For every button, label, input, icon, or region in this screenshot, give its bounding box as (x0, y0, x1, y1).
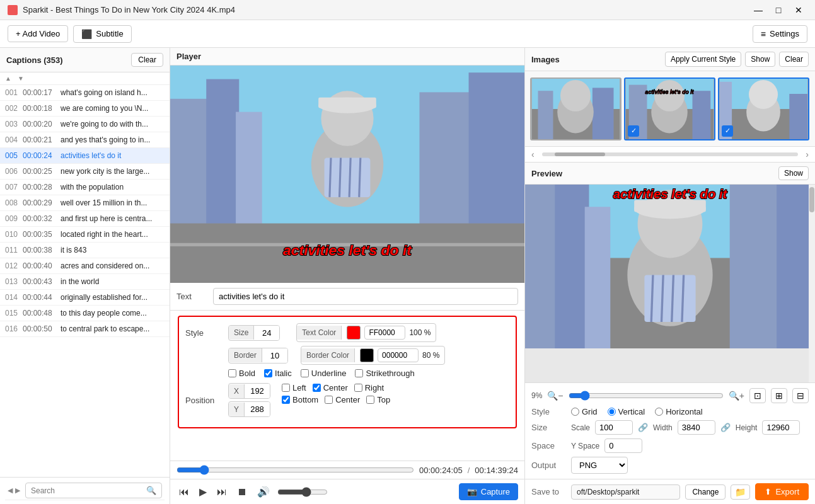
y-input[interactable] (245, 402, 270, 416)
bold-checkbox-label[interactable]: Bold (228, 369, 255, 378)
change-button[interactable]: Change (685, 484, 725, 500)
grid-radio-label[interactable]: Grid (571, 407, 598, 416)
bold-checkbox[interactable] (228, 369, 236, 377)
list-item[interactable]: 012 00:00:40 acres and considered on... (0, 258, 170, 274)
text-color-swatch[interactable] (347, 326, 361, 340)
scroll-right-arrow[interactable]: ▶ (15, 486, 20, 495)
preview-show-button[interactable]: Show (778, 166, 809, 180)
list-item[interactable]: 007 00:00:28 with the population (0, 180, 170, 195)
image-thumb-1[interactable] (530, 77, 621, 140)
border-color-swatch[interactable] (360, 348, 374, 362)
zoom-in-button[interactable]: 🔍+ (729, 391, 744, 401)
border-input[interactable] (262, 348, 287, 363)
scroll-down-arrow[interactable]: ▼ (15, 74, 26, 83)
list-item[interactable]: 008 00:00:29 well over 15 million in th.… (0, 195, 170, 211)
copy-button[interactable]: ⊞ (771, 388, 787, 403)
strikethrough-checkbox-label[interactable]: Strikethrough (355, 369, 414, 378)
search-input[interactable] (31, 486, 146, 495)
underline-checkbox-label[interactable]: Underline (301, 369, 347, 378)
top-checkbox-label[interactable]: Top (366, 395, 390, 404)
maximize-button[interactable]: □ (770, 3, 787, 17)
list-item-active[interactable]: 005 00:00:24 activities let's do it (0, 148, 170, 164)
play-button[interactable]: ▶ (197, 484, 209, 499)
list-item[interactable]: 001 00:00:17 what's going on island h... (0, 85, 170, 101)
border-color-hex[interactable] (378, 348, 419, 362)
volume-slider[interactable] (277, 487, 328, 497)
list-item[interactable]: 013 00:00:43 in the world (0, 274, 170, 290)
zoom-slider[interactable] (569, 391, 724, 401)
add-video-button[interactable]: + Add Video (8, 25, 68, 42)
scale-input[interactable] (595, 420, 633, 435)
image-thumb-3[interactable]: ✓ (718, 77, 809, 140)
vertical-radio[interactable] (608, 408, 616, 416)
y-space-input[interactable] (604, 438, 642, 453)
capture-button[interactable]: 📷 Capture (459, 483, 518, 500)
subtitle-button[interactable]: ⬛ Subtitle (73, 25, 131, 43)
minimize-button[interactable]: — (749, 3, 767, 17)
horizontal-radio-label[interactable]: Horizontal (655, 407, 703, 416)
grid-radio[interactable] (571, 408, 579, 416)
list-item[interactable]: 015 00:00:48 to this day people come... (0, 306, 170, 321)
vertical-radio-label[interactable]: Vertical (608, 407, 645, 416)
fit-button[interactable]: ⊡ (749, 388, 766, 403)
top-checkbox[interactable] (366, 396, 374, 404)
zoom-out-button[interactable]: 🔍− (547, 391, 563, 401)
captions-panel: Captions (353) Clear ▲ ▼ 001 00:00:17 wh… (0, 48, 170, 504)
x-input[interactable] (245, 384, 270, 398)
search-box[interactable]: 🔍 (25, 483, 162, 498)
center-v-checkbox[interactable] (325, 396, 333, 404)
images-scrollbar[interactable] (542, 152, 799, 156)
list-item[interactable]: 003 00:00:20 we're going to do with th..… (0, 117, 170, 132)
list-item[interactable]: 002 00:00:18 we are coming to you \N... (0, 101, 170, 117)
list-item[interactable]: 014 00:00:44 originally established for.… (0, 290, 170, 306)
underline-checkbox[interactable] (301, 369, 309, 377)
left-checkbox[interactable] (282, 384, 290, 392)
height-input[interactable] (762, 420, 800, 435)
horizontal-radio[interactable] (655, 408, 663, 416)
close-button[interactable]: ✕ (790, 3, 807, 17)
right-checkbox-label[interactable]: Right (354, 383, 384, 392)
grid-button[interactable]: ⊟ (792, 388, 809, 403)
bottom-checkbox[interactable] (282, 396, 290, 404)
border-label: Border (229, 348, 262, 362)
position-inner: X Y Left (228, 383, 390, 417)
images-prev-arrow[interactable]: ‹ (528, 148, 538, 161)
list-item[interactable]: 011 00:00:38 it is 843 (0, 243, 170, 258)
folder-button[interactable]: 📁 (731, 484, 750, 500)
preview-scrollbar[interactable] (809, 185, 815, 382)
list-item[interactable]: 004 00:00:21 and yes that's going to in.… (0, 132, 170, 148)
volume-button[interactable]: 🔊 (255, 484, 272, 499)
output-select[interactable]: PNG JPG SVG (571, 457, 628, 474)
center-h-checkbox[interactable] (313, 384, 321, 392)
skip-back-button[interactable]: ⏮ (176, 485, 192, 499)
export-button[interactable]: ⬆ Export (755, 483, 809, 500)
images-clear-button[interactable]: Clear (779, 52, 809, 67)
text-input[interactable] (213, 288, 518, 305)
size-input[interactable] (254, 326, 279, 340)
strikethrough-checkbox[interactable] (355, 369, 363, 377)
scroll-up-arrow[interactable]: ▲ (3, 74, 14, 83)
italic-checkbox-label[interactable]: Italic (264, 369, 292, 378)
right-checkbox[interactable] (354, 384, 362, 392)
left-checkbox-label[interactable]: Left (282, 383, 306, 392)
settings-button[interactable]: ≡ Settings (753, 25, 807, 43)
width-input[interactable] (678, 420, 715, 435)
text-color-hex[interactable] (364, 326, 405, 340)
image-thumb-2[interactable]: activities let's do it ✓ (624, 77, 715, 140)
center-v-checkbox-label[interactable]: Center (325, 395, 360, 404)
images-show-button[interactable]: Show (745, 52, 775, 67)
list-item[interactable]: 009 00:00:32 and first up here is centra… (0, 211, 170, 227)
list-item[interactable]: 006 00:00:25 new york city is the large.… (0, 164, 170, 180)
italic-checkbox[interactable] (264, 369, 272, 377)
images-next-arrow[interactable]: › (802, 148, 812, 161)
stop-button[interactable]: ⏹ (234, 485, 250, 499)
apply-style-button[interactable]: Apply Current Style (665, 52, 741, 67)
timeline-slider[interactable] (176, 465, 414, 475)
list-item[interactable]: 016 00:00:50 to central park to escape..… (0, 321, 170, 337)
skip-forward-button[interactable]: ⏭ (214, 485, 229, 499)
scroll-left-arrow[interactable]: ◀ (8, 486, 13, 495)
captions-clear-button[interactable]: Clear (131, 53, 163, 67)
list-item[interactable]: 010 00:00:35 located right in the heart.… (0, 227, 170, 243)
bottom-checkbox-label[interactable]: Bottom (282, 395, 318, 404)
center-h-checkbox-label[interactable]: Center (313, 383, 348, 392)
